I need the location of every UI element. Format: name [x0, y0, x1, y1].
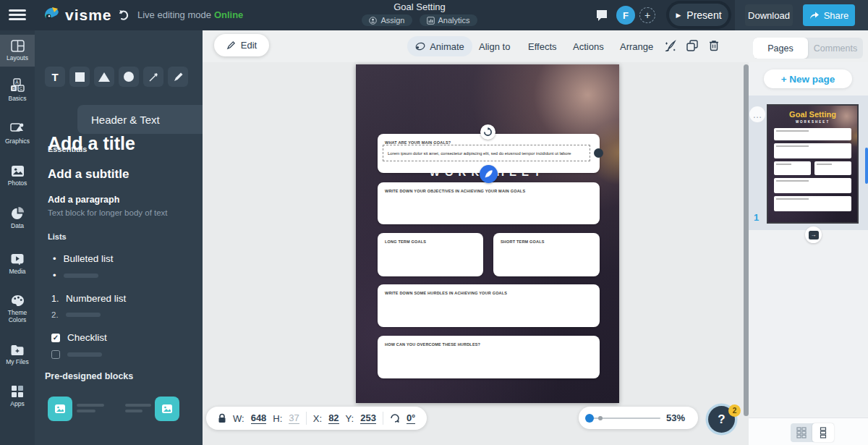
selected-text-element[interactable]: Lorem ipsum dolor sit amet, consectetur … [383, 145, 590, 161]
pen-tool[interactable] [168, 67, 188, 87]
lock-icon[interactable] [218, 413, 226, 423]
selection-resize-handle[interactable] [594, 148, 603, 158]
download-button[interactable]: Download [745, 4, 793, 26]
numbered-list-item[interactable]: 1. Numbered list [51, 293, 126, 304]
document-title[interactable]: Goal Setting [311, 1, 528, 12]
add-subtitle-item[interactable]: Add a subtitle [48, 167, 129, 182]
paragraph-hint: Text block for longer body of text [48, 208, 168, 217]
sidebar-item-my-files[interactable]: My Files [0, 337, 35, 372]
page-transition-button[interactable]: → [805, 226, 822, 243]
dimensions-bar: W: 648 H: 37 X: 82 Y: 253 0° [206, 407, 427, 430]
grid-view-icon[interactable] [791, 423, 812, 442]
line-arrow-tool[interactable] [143, 67, 163, 87]
divider [383, 412, 383, 425]
checklist-placeholder [51, 350, 102, 359]
rotate-handle-icon[interactable] [480, 124, 495, 140]
hurdles-box[interactable]: WRITE DOWN SOME HURDLES IN ACHIEVING YOU… [378, 284, 600, 327]
circle-shape-tool[interactable] [119, 67, 139, 87]
sidebar-item-basics[interactable]: ABC Basics [0, 74, 35, 107]
page-number: 1 [754, 212, 759, 223]
sidebar-item-graphics[interactable]: Graphics [0, 117, 35, 151]
pre-designed-block-thumbnail[interactable] [155, 397, 179, 421]
user-avatar[interactable]: F [616, 6, 635, 25]
pre-designed-block-thumbnail[interactable] [48, 397, 72, 421]
share-arrow-icon [809, 11, 820, 20]
objectives-box[interactable]: WRITE DOWN YOUR OBJECTIVES IN ACHIEVING … [378, 182, 600, 224]
document-title-group: Goal Setting Assign Analytics [311, 1, 528, 26]
short-term-goals-box[interactable]: SHORT TERM GOALS [493, 233, 600, 276]
undo-icon[interactable] [116, 8, 130, 22]
magic-brush-icon[interactable] [663, 39, 677, 54]
pen-icon [173, 72, 184, 82]
assign-button[interactable]: Assign [362, 14, 412, 26]
bulleted-list-item[interactable]: • Bulleted list [53, 253, 114, 264]
sidebar-item-media[interactable]: Media [0, 247, 35, 281]
text-tool-button[interactable]: T [45, 67, 65, 87]
hamburger-menu-icon[interactable] [9, 9, 26, 21]
width-value[interactable]: 648 [251, 412, 267, 424]
effects-button[interactable]: Effects [528, 41, 557, 52]
analytics-button[interactable]: Analytics [420, 14, 477, 26]
block-text-line [125, 404, 151, 407]
tab-pages[interactable]: Pages [753, 38, 808, 59]
duplicate-icon[interactable] [686, 39, 700, 54]
x-value[interactable]: 82 [328, 412, 339, 424]
present-button[interactable]: ▶ Present [669, 4, 728, 26]
edit-text-feather-button[interactable] [480, 165, 498, 183]
animate-button[interactable]: Animate [407, 36, 472, 56]
bullet-icon: • [53, 253, 56, 264]
square-shape-tool[interactable] [69, 67, 90, 87]
online-status: Online [214, 9, 243, 20]
add-collaborator-button[interactable]: + [639, 7, 655, 23]
page-thumbnail[interactable]: Goal Setting WORKSHEET [768, 106, 857, 222]
zoom-slider-handle[interactable] [585, 414, 594, 423]
add-title-item[interactable]: Add a title [48, 133, 135, 154]
rotation-value[interactable]: 0° [407, 412, 415, 424]
sidebar-item-photos[interactable]: Photos [0, 159, 35, 192]
comments-icon[interactable] [595, 9, 608, 22]
design-page[interactable]: Goal Setting WORKSHEET WHAT ARE YOUR MAI… [356, 64, 619, 403]
overcome-hurdles-box[interactable]: HOW CAN YOU OVERCOME THESE HURDLES? [378, 336, 600, 378]
apps-grid-icon [11, 385, 24, 398]
arrange-button[interactable]: Arrange [620, 41, 653, 52]
sidebar-item-theme-colors[interactable]: Theme Colors [0, 288, 35, 330]
arrow-right-icon: → [809, 231, 819, 240]
sidebar-item-apps[interactable]: Apps [0, 379, 35, 414]
checklist-item[interactable]: ✓ Checklist [51, 332, 107, 343]
svg-text:B: B [12, 87, 15, 91]
delete-trash-icon[interactable] [707, 39, 722, 54]
zoom-percentage: 53% [666, 412, 685, 423]
panel-title: Header & Text [91, 114, 160, 126]
list-view-icon[interactable] [812, 423, 834, 442]
thumbnail-title: Goal Setting [768, 110, 857, 119]
actions-button[interactable]: Actions [573, 41, 604, 52]
align-to-button[interactable]: Align to [479, 41, 510, 52]
circle-icon [124, 72, 134, 82]
animate-icon [415, 41, 425, 51]
tab-comments[interactable]: Comments [808, 38, 863, 59]
my-files-folder-icon [10, 344, 25, 356]
new-page-button[interactable]: + New page [764, 69, 852, 88]
add-paragraph-item[interactable]: Add a paragraph [48, 195, 119, 205]
live-editing-mode-status: Live editing modeOnline [137, 9, 243, 20]
thumbnail-box [814, 161, 851, 175]
triangle-shape-tool[interactable] [94, 67, 114, 87]
long-term-goals-box[interactable]: LONG TERM GOALS [378, 233, 483, 276]
canvas-vertical-scrollbar[interactable] [744, 64, 749, 416]
zoom-default-marker [598, 416, 603, 420]
svg-text:A: A [15, 80, 19, 85]
right-panel-tabs: Pages Comments [753, 38, 863, 59]
right-edge-scroll-indicator [865, 148, 868, 184]
zoom-slider[interactable] [588, 418, 660, 419]
sidebar-item-layouts[interactable]: Layouts [0, 35, 35, 67]
sidebar-item-data[interactable]: Data [0, 201, 35, 234]
y-value[interactable]: 253 [360, 412, 376, 424]
block-text-line [125, 410, 142, 412]
page-options-icon[interactable]: … [749, 106, 765, 122]
height-value[interactable]: 37 [289, 412, 299, 424]
share-button[interactable]: Share [803, 4, 855, 26]
block-text-line [77, 410, 95, 412]
edit-button[interactable]: Edit [214, 34, 269, 56]
visme-logo[interactable]: visme [42, 6, 112, 25]
pre-designed-blocks-label: Pre-designed blocks [45, 371, 133, 381]
